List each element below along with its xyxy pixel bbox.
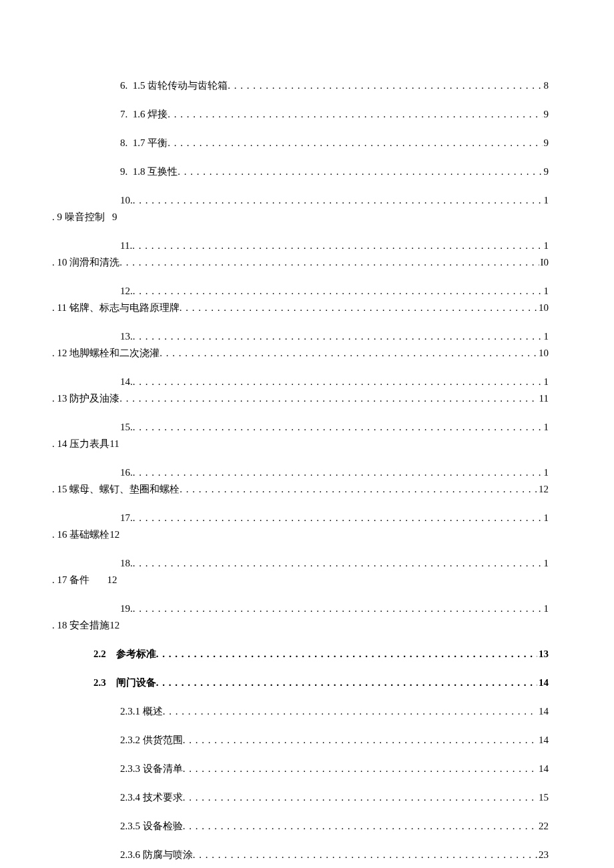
toc-label: 2.3 闸门设备: [93, 676, 156, 690]
toc-entry: 2.3.3 设备清单 14: [120, 762, 549, 776]
toc-page-number-partial: 1: [543, 239, 549, 253]
toc-leader-dots: [168, 107, 542, 121]
toc-page-number: 22: [537, 819, 549, 833]
toc-entry-wrapped: 15.1 . 14 压力表具11: [52, 420, 549, 451]
toc-page-number: 11: [538, 392, 549, 406]
toc-leader-dots: [156, 647, 537, 661]
toc-leader-dots: [133, 511, 543, 525]
toc-label-continuation: . 16 基础螺栓12: [52, 528, 119, 542]
toc-label: 2.3.3 设备清单: [120, 762, 183, 776]
toc-entry: 7. 1.6 焊接 9: [120, 107, 549, 121]
toc-page-number: I0: [539, 256, 549, 270]
toc-page-number: 14: [537, 705, 549, 719]
toc-entry-wrapped: 18.1 . 17 备件 12: [52, 556, 549, 587]
toc-page-number: 14: [537, 733, 549, 747]
toc-page-number-partial: 1: [543, 556, 549, 570]
toc-page-number: 15: [537, 791, 549, 805]
toc-leader-dots: [133, 193, 543, 207]
toc-leader-dots: [183, 733, 537, 747]
toc-number: 17.: [120, 511, 133, 525]
toc-page-number-partial: 1: [543, 284, 549, 298]
toc-leader-dots: [133, 420, 543, 434]
toc-page-number-partial: 1: [543, 602, 549, 616]
toc-section: 2.3 闸门设备 14: [93, 676, 549, 690]
toc-label-continuation: . 15 螺母、螺钉、垫圈和螺栓: [52, 482, 180, 496]
toc-number: 10.: [120, 193, 133, 207]
toc-leader-dots: [193, 848, 537, 862]
toc-page-number-partial: 1: [543, 511, 549, 525]
toc-page-number-partial: 1: [543, 330, 549, 344]
toc-entry: 2.3.6 防腐与喷涂 23: [120, 848, 549, 862]
toc-entry: 2.3.5 设备检验 22: [120, 819, 549, 833]
toc-leader-dots: [180, 301, 537, 315]
toc-page-number-partial: 1: [543, 420, 549, 434]
toc-leader-dots: [133, 330, 543, 344]
toc-label: 2.3.4 技术要求: [120, 791, 183, 805]
toc-label: 6. 1.5 齿轮传动与齿轮箱: [120, 79, 228, 93]
toc-label: 8. 1.7 平衡: [120, 136, 168, 150]
toc-entry: 9. 1.8 互换性 9: [120, 165, 549, 179]
toc-page-number-partial: 1: [543, 466, 549, 480]
toc-number: 18.: [120, 556, 133, 570]
toc-leader-dots: [183, 791, 537, 805]
toc-entry-wrapped: 10.1 . 9 噪音控制 9: [52, 193, 549, 224]
toc-leader-dots: [156, 676, 537, 690]
toc-label-continuation: . 11 铭牌、标志与电路原理牌: [52, 301, 180, 315]
toc-leader-dots: [180, 482, 537, 496]
toc-label: 7. 1.6 焊接: [120, 107, 168, 121]
toc-entry-wrapped: 16.1 . 15 螺母、螺钉、垫圈和螺栓12: [52, 466, 549, 496]
toc-label: 2.2 参考标准: [93, 647, 156, 661]
toc-leader-dots: [132, 239, 542, 253]
toc-label-continuation: . 17 备件 12: [52, 573, 117, 587]
toc-leader-dots: [133, 375, 543, 389]
toc-leader-dots: [183, 762, 537, 776]
toc-leader-dots: [119, 256, 539, 270]
page-container: 6. 1.5 齿轮传动与齿轮箱 8 7. 1.6 焊接 9 8. 1.7 平衡 …: [0, 0, 614, 868]
toc-entry-wrapped: 14.1 . 13 防护及油漆11: [52, 375, 549, 406]
toc-leader-dots: [183, 819, 537, 833]
toc-leader-dots: [163, 705, 537, 719]
toc-page-number-partial: 1: [543, 193, 549, 207]
toc-number: 16.: [120, 466, 133, 480]
toc-number: 12.: [120, 284, 133, 298]
toc-entry-wrapped: 13.1 . 12 地脚螺栓和二次浇灌10: [52, 330, 549, 360]
toc-leader-dots: [160, 346, 537, 360]
toc-page-number: 9: [543, 165, 549, 179]
toc-leader-dots: [168, 136, 542, 150]
toc-leader-dots: [133, 556, 543, 570]
toc-leader-dots: [178, 165, 542, 179]
toc-label-continuation: . 14 压力表具11: [52, 437, 119, 451]
toc-entry-wrapped: 11.1 . 10 润滑和清洗I0: [52, 239, 549, 270]
toc-label-continuation: . 10 润滑和清洗: [52, 256, 119, 270]
toc-leader-dots: [133, 466, 543, 480]
toc-page-number: 14: [537, 762, 549, 776]
toc-number: 14.: [120, 375, 133, 389]
toc-leader-dots: [119, 392, 537, 406]
toc-entry: 2.3.4 技术要求 15: [120, 791, 549, 805]
toc-page-number: 13: [537, 647, 549, 661]
toc-label: 2.3.6 防腐与喷涂: [120, 848, 193, 862]
toc-entry: 2.3.2 供货范围 14: [120, 733, 549, 747]
toc-entry-wrapped: 17.1 . 16 基础螺栓12: [52, 511, 549, 542]
toc-number: 13.: [120, 330, 133, 344]
toc-label: 9. 1.8 互换性: [120, 165, 178, 179]
toc-entry-wrapped: 19.1 . 18 安全措施12: [52, 602, 549, 632]
toc-leader-dots: [133, 602, 543, 616]
toc-page-number: 23: [537, 848, 549, 862]
toc-number: 11.: [120, 239, 132, 253]
toc-label-continuation: . 9 噪音控制 9: [52, 210, 117, 224]
toc-entry: 6. 1.5 齿轮传动与齿轮箱 8: [120, 79, 549, 93]
toc-label: 2.3.5 设备检验: [120, 819, 183, 833]
toc-leader-dots: [133, 284, 543, 298]
toc-page-number: 9: [543, 107, 549, 121]
toc-label-continuation: . 13 防护及油漆: [52, 392, 119, 406]
toc-entry: 2.3.1 概述 14: [120, 705, 549, 719]
toc-page-number: 10: [537, 301, 549, 315]
toc-number: 19.: [120, 602, 133, 616]
toc-entry-wrapped: 12.1 . 11 铭牌、标志与电路原理牌10: [52, 284, 549, 315]
toc-page-number: 14: [537, 676, 549, 690]
toc-page-number: 9: [543, 136, 549, 150]
toc-page-number: 12: [537, 482, 549, 496]
toc-label-continuation: . 12 地脚螺栓和二次浇灌: [52, 346, 160, 360]
toc-label: 2.3.2 供货范围: [120, 733, 183, 747]
